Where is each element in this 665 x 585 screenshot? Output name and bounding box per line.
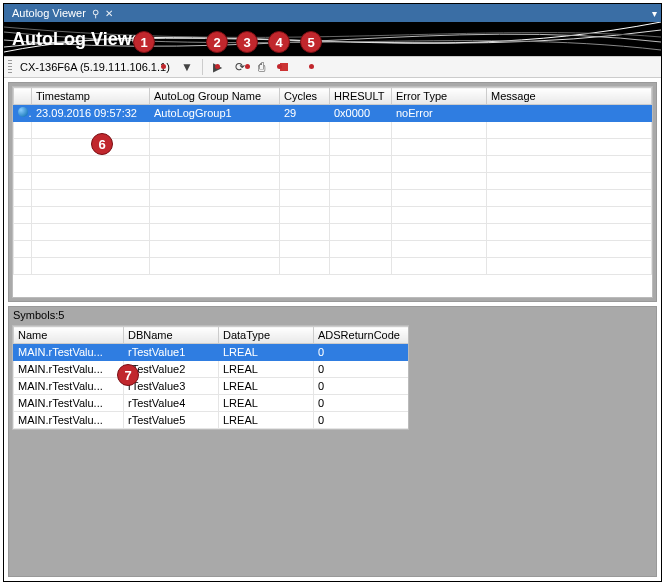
device-selector[interactable]: CX-136F6A (5.19.111.106.1.1)	[16, 61, 174, 73]
cell-hresult: 0x0000	[330, 105, 392, 122]
col-timestamp[interactable]: Timestamp	[32, 88, 150, 105]
cell-cycles: 29	[280, 105, 330, 122]
cell-ads: 0	[314, 412, 409, 429]
table-header-row: Timestamp AutoLog Group Name Cycles HRES…	[14, 88, 652, 105]
symbols-table: Name DBName DataType ADSReturnCode MAIN.…	[13, 326, 409, 429]
col-dbname[interactable]: DBName	[124, 327, 219, 344]
cell-errortype: noError	[392, 105, 487, 122]
app-window: Autolog Viewer ⚲ ✕ ▾ AutoLog Viewer CX-1…	[3, 3, 662, 582]
tab-strip: Autolog Viewer ⚲ ✕ ▾	[4, 4, 661, 22]
callout-1: 1	[133, 31, 155, 53]
tab-autolog-viewer[interactable]: Autolog Viewer ⚲ ✕	[4, 6, 121, 20]
callout-3: 3	[236, 31, 258, 53]
callout-1-dot	[161, 64, 166, 69]
cell-name: MAIN.rTestValu...	[14, 378, 124, 395]
cell-datatype: LREAL	[219, 412, 314, 429]
cell-dbname: rTestValue1	[124, 344, 219, 361]
table-row[interactable]: MAIN.rTestValu...rTestValue1LREAL0	[14, 344, 409, 361]
toolbar-grip	[8, 60, 12, 74]
table-row[interactable]	[14, 190, 652, 207]
table-row[interactable]: MAIN.rTestValu...rTestValue2LREAL0	[14, 361, 409, 378]
table-row[interactable]: MAIN.rTestValu...rTestValue4LREAL0	[14, 395, 409, 412]
pin-icon[interactable]: ⚲	[92, 8, 99, 19]
table-row[interactable]	[14, 224, 652, 241]
col-error-type[interactable]: Error Type	[392, 88, 487, 105]
log-groups-grid[interactable]: Timestamp AutoLog Group Name Cycles HRES…	[12, 86, 653, 298]
close-icon[interactable]: ✕	[105, 8, 113, 19]
log-groups-table: Timestamp AutoLog Group Name Cycles HRES…	[13, 87, 652, 275]
callout-7: 7	[117, 364, 139, 386]
col-icon[interactable]	[14, 88, 32, 105]
col-adsreturncode[interactable]: ADSReturnCode	[314, 327, 409, 344]
cell-ads: 0	[314, 344, 409, 361]
col-message[interactable]: Message	[487, 88, 652, 105]
row-status-icon	[14, 105, 32, 122]
tab-title: Autolog Viewer	[12, 7, 86, 19]
callout-3-dot	[245, 64, 250, 69]
callout-5-dot	[309, 64, 314, 69]
table-row[interactable]	[14, 258, 652, 275]
callout-4-dot	[277, 64, 282, 69]
cell-name: MAIN.rTestValu...	[14, 361, 124, 378]
cell-datatype: LREAL	[219, 378, 314, 395]
table-row[interactable]: 23.09.2016 09:57:32AutoLogGroup1290x0000…	[14, 105, 652, 122]
cell-name: MAIN.rTestValu...	[14, 412, 124, 429]
table-row[interactable]	[14, 207, 652, 224]
toolbar-separator	[202, 59, 203, 75]
cell-ads: 0	[314, 361, 409, 378]
cell-datatype: LREAL	[219, 395, 314, 412]
cell-datatype: LREAL	[219, 344, 314, 361]
callout-2: 2	[206, 31, 228, 53]
table-row[interactable]	[14, 156, 652, 173]
cell-dbname: rTestValue5	[124, 412, 219, 429]
table-header-row: Name DBName DataType ADSReturnCode	[14, 327, 409, 344]
cell-name: MAIN.rTestValu...	[14, 395, 124, 412]
cell-group: AutoLogGroup1	[150, 105, 280, 122]
table-row[interactable]: MAIN.rTestValu...rTestValue3LREAL0	[14, 378, 409, 395]
symbols-grid[interactable]: Name DBName DataType ADSReturnCode MAIN.…	[12, 325, 409, 430]
callout-5: 5	[300, 31, 322, 53]
cell-ads: 0	[314, 378, 409, 395]
chevron-down-icon[interactable]: ▼	[178, 58, 196, 76]
toolbar: CX-136F6A (5.19.111.106.1.1) ▼ ▶ ⟳ ⎙	[4, 56, 661, 78]
col-datatype[interactable]: DataType	[219, 327, 314, 344]
title-bar: AutoLog Viewer	[4, 22, 661, 56]
col-hresult[interactable]: HRESULT	[330, 88, 392, 105]
callout-2-dot	[215, 64, 220, 69]
callout-6: 6	[91, 133, 113, 155]
cell-ads: 0	[314, 395, 409, 412]
tabstrip-menu-icon[interactable]: ▾	[652, 8, 657, 19]
table-row[interactable]	[14, 241, 652, 258]
table-row[interactable]	[14, 173, 652, 190]
page-title: AutoLog Viewer	[4, 29, 149, 50]
export-icon[interactable]: ⎙	[253, 58, 271, 76]
cell-timestamp: 23.09.2016 09:57:32	[32, 105, 150, 122]
symbols-label: Symbols:5	[9, 307, 656, 323]
callout-4: 4	[268, 31, 290, 53]
symbols-panel: Symbols:5 Name DBName DataType	[8, 306, 657, 577]
cell-message	[487, 105, 652, 122]
col-cycles[interactable]: Cycles	[280, 88, 330, 105]
table-row[interactable]: MAIN.rTestValu...rTestValue5LREAL0	[14, 412, 409, 429]
col-group-name[interactable]: AutoLog Group Name	[150, 88, 280, 105]
cell-datatype: LREAL	[219, 361, 314, 378]
cell-dbname: rTestValue4	[124, 395, 219, 412]
col-name[interactable]: Name	[14, 327, 124, 344]
cell-name: MAIN.rTestValu...	[14, 344, 124, 361]
log-groups-panel: Timestamp AutoLog Group Name Cycles HRES…	[8, 82, 657, 302]
